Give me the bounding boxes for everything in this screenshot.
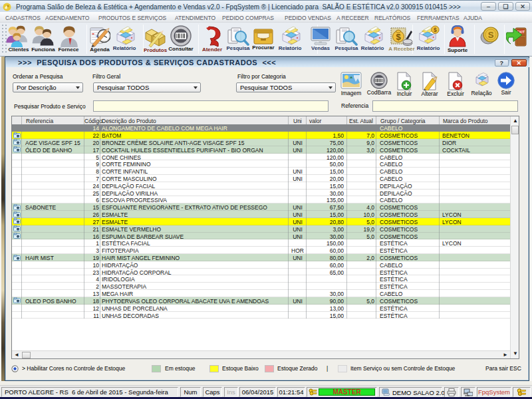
svg-text:$: $ — [434, 27, 437, 33]
svg-text:$: $ — [396, 32, 401, 42]
svg-text:S: S — [488, 30, 494, 40]
